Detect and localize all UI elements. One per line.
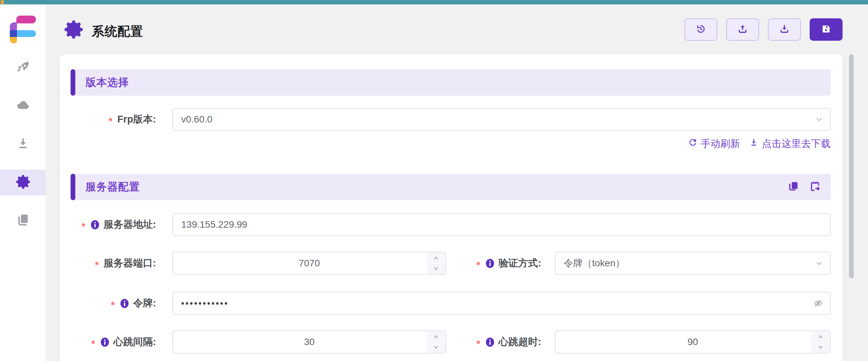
step-up-button[interactable] [427,253,445,263]
heartbeat-timeout-input[interactable] [555,330,831,354]
server-port-field: 服务器端口: [71,252,446,275]
rocket-icon [16,60,31,76]
server-address-input[interactable] [172,213,831,236]
chevron-down-icon [814,115,824,124]
frp-version-field: Frp版本: v0.60.0 [71,108,831,131]
token-row: 令牌: ••••••••••• [71,292,831,315]
settings-card: 版本选择 Frp版本: v0.60.0 [60,54,843,361]
download-icon [16,136,31,152]
top-bar [0,0,868,4]
port-auth-row: 服务器端口: 验证方式: [71,252,831,275]
logo-block-indigo [10,30,17,37]
header-toolbar [684,18,843,41]
section-server: 服务器配置 [71,174,831,200]
sidebar-item-cloud[interactable] [0,93,46,118]
logo-block-purple [10,22,17,30]
eye-slash-icon[interactable] [813,298,823,308]
section-accent-bar [71,69,75,96]
server-address-label: 服务器地址: [71,218,172,231]
sidebar-item-download[interactable] [0,131,46,157]
info-icon[interactable] [100,337,110,348]
cloud-icon [16,97,31,114]
step-down-button[interactable] [427,264,445,274]
heartbeat-timeout-label: 心跳超时: [446,335,555,349]
auth-method-value: 令牌（token） [564,257,625,270]
download-tray-icon [779,23,790,36]
download-arrow-icon [749,138,759,150]
sidebar [0,4,46,361]
manual-refresh-link[interactable]: 手动刷新 [688,137,740,151]
logo-block-blue [17,30,36,37]
corner-marker [1,0,4,4]
section-accent-bar [71,174,75,200]
page-title: 系统配置 [92,23,143,40]
server-port-stepper [427,253,445,273]
info-icon[interactable] [119,298,130,309]
token-masked-value: ••••••••••• [181,299,229,308]
auth-method-field: 验证方式: 令牌（token） [446,252,831,275]
download-here-link[interactable]: 点击这里去下载 [749,137,831,151]
required-asterisk [476,337,482,348]
save-icon [820,23,832,36]
heartbeat-interval-input[interactable] [172,330,446,354]
server-address-field: 服务器地址: [71,213,831,236]
heartbeat-interval-field: 心跳间隔: [71,330,446,354]
token-password-input[interactable]: ••••••••••• [172,292,831,315]
vertical-scrollbar[interactable] [849,54,854,278]
chevron-down-icon [814,259,824,268]
documents-icon [16,212,31,229]
auth-method-label: 验证方式: [446,256,555,270]
settings-gear-icon [16,174,31,191]
history-button[interactable] [684,18,717,41]
step-down-button[interactable] [812,343,829,353]
required-asterisk [109,114,114,125]
heartbeat-row: 心跳间隔: 心跳超时: [71,330,831,354]
section-actions [787,174,821,200]
frp-version-select[interactable]: v0.60.0 [172,108,831,131]
info-icon[interactable] [485,337,495,348]
step-up-button[interactable] [427,332,445,342]
paste-export-icon[interactable] [809,180,821,194]
save-button[interactable] [810,18,843,41]
refresh-icon [688,138,698,150]
logo-block-pink [16,16,36,23]
required-asterisk [81,219,87,230]
logo-block-yellow [10,37,17,43]
sidebar-item-launch[interactable] [0,55,46,81]
frp-version-row: Frp版本: v0.60.0 [71,108,831,131]
import-button[interactable] [726,18,759,41]
page-gear-icon [64,20,83,39]
history-icon [695,23,706,36]
upload-icon [737,23,748,36]
info-icon[interactable] [485,258,495,269]
required-asterisk [95,258,100,269]
token-field: 令牌: ••••••••••• [71,292,831,315]
required-asterisk [111,298,116,309]
heartbeat-timeout-stepper [812,332,829,352]
server-port-input[interactable] [172,252,446,275]
version-links: 手动刷新 点击这里去下载 [71,136,831,151]
info-icon[interactable] [90,219,100,230]
server-port-label: 服务器端口: [71,256,172,270]
token-label: 令牌: [71,297,172,310]
required-asterisk [91,337,96,348]
export-button[interactable] [768,18,801,41]
heartbeat-timeout-field: 心跳超时: [446,330,831,354]
app-logo [10,16,36,43]
step-up-button[interactable] [812,332,829,342]
section-title: 服务器配置 [86,174,831,200]
auth-method-select[interactable]: 令牌（token） [555,252,831,275]
sidebar-item-settings[interactable] [0,170,46,195]
server-address-row: 服务器地址: [71,213,831,236]
copy-icon[interactable] [787,180,799,194]
frp-version-value: v0.60.0 [181,114,212,125]
heartbeat-interval-stepper [427,332,445,352]
section-title: 版本选择 [86,69,831,96]
sidebar-item-logs[interactable] [0,208,46,233]
frp-version-label: Frp版本: [71,113,172,126]
section-version: 版本选择 [71,69,831,96]
heartbeat-interval-label: 心跳间隔: [71,335,172,349]
required-asterisk [476,258,482,269]
step-down-button[interactable] [427,343,445,353]
